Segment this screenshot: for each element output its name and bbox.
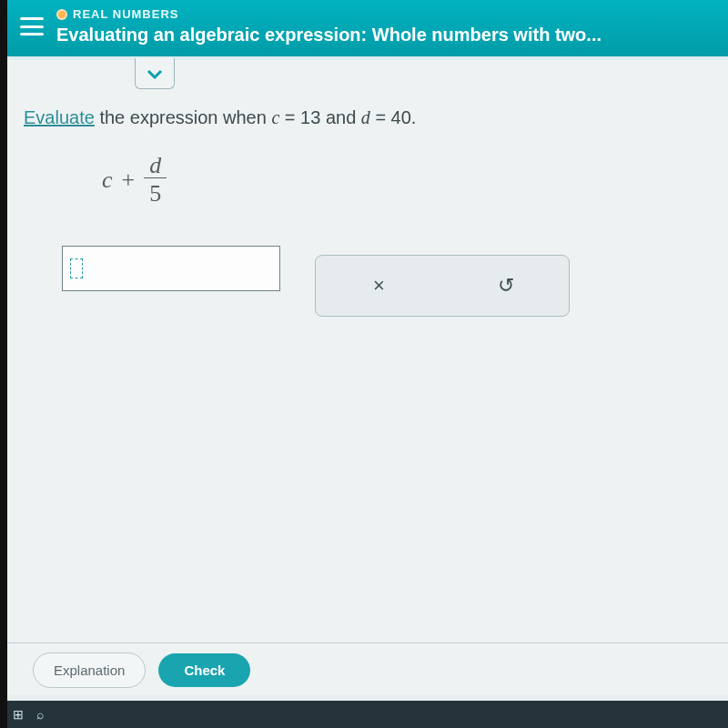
menu-button[interactable] [20,17,44,35]
collapse-tab[interactable] [135,58,175,89]
category-dot-icon [56,9,67,20]
chevron-down-icon [146,67,164,80]
content-area: Evaluate the expression when c = 13 and … [7,60,728,679]
question-part-2: = 13 and [279,107,361,127]
app-header: REAL NUMBERS Evaluating an algebraic exp… [7,0,728,56]
expr-numerator: d [144,154,167,178]
question-text: Evaluate the expression when c = 13 and … [24,60,712,128]
lesson-title: Evaluating an algebraic expression: Whol… [56,25,602,46]
x-icon: × [373,274,385,298]
expr-left: c [102,167,113,194]
question-part-3: = 40. [370,107,417,127]
math-expression: c + d 5 [102,154,712,206]
lesson-category: REAL NUMBERS [56,7,602,21]
answer-row: × ↺ [62,246,712,317]
expr-op: + [122,167,136,194]
question-part-1: the expression when [95,107,272,127]
tool-panel: × ↺ [315,255,570,317]
header-titles: REAL NUMBERS Evaluating an algebraic exp… [56,7,602,46]
undo-button[interactable]: ↺ [488,268,524,304]
variable-d: d [361,107,370,127]
device-bezel [0,0,7,728]
windows-start-icon[interactable]: ⊞ [13,707,24,722]
check-button[interactable]: Check [158,653,250,687]
footer-bar: Explanation Check [7,642,728,695]
expr-denominator: 5 [149,178,161,206]
variable-c: c [271,107,279,127]
expr-fraction: d 5 [144,154,167,206]
os-taskbar: ⊞ ⌕ [7,701,728,728]
explanation-button[interactable]: Explanation [33,652,146,688]
clear-button[interactable]: × [361,268,398,304]
taskbar-search-icon[interactable]: ⌕ [36,707,44,722]
input-cursor-icon [70,258,83,278]
answer-input[interactable] [62,246,280,291]
category-label: REAL NUMBERS [73,7,179,21]
undo-icon: ↺ [498,274,514,298]
evaluate-link[interactable]: Evaluate [24,107,95,127]
